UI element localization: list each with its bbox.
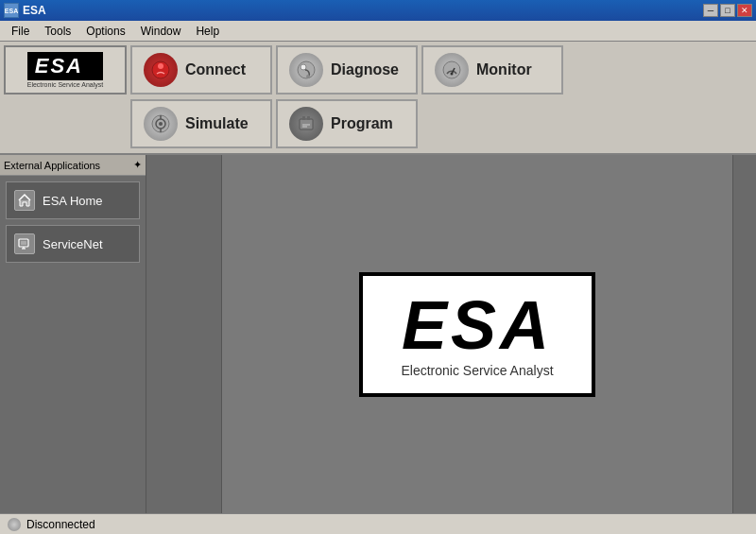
center-logo-subtitle: Electronic Service Analyst — [386, 363, 569, 378]
title-bar: ESA ESA ─ □ ✕ — [0, 0, 756, 21]
sidebar-pin-button[interactable]: ✦ — [133, 159, 142, 171]
svg-point-12 — [159, 122, 163, 126]
menu-item-window[interactable]: Window — [133, 23, 189, 40]
logo-subtitle: Electronic Service Analyst — [27, 81, 104, 88]
simulate-button[interactable]: Simulate — [130, 99, 272, 148]
monitor-label: Monitor — [476, 61, 532, 78]
esa-home-label: ESA Home — [43, 194, 103, 208]
diagnose-button[interactable]: Diagnose — [276, 45, 418, 95]
close-button[interactable]: ✕ — [737, 4, 752, 17]
simulate-label: Simulate — [185, 115, 249, 132]
program-label: Program — [331, 115, 393, 132]
svg-rect-19 — [21, 241, 26, 245]
status-text: Disconnected — [26, 518, 95, 531]
menu-item-options[interactable]: Options — [78, 23, 132, 40]
monitor-button[interactable]: Monitor — [421, 45, 563, 95]
title-text: ESA — [23, 4, 46, 17]
restore-button[interactable]: □ — [720, 4, 735, 17]
left-panel — [146, 155, 222, 513]
svg-point-7 — [451, 73, 454, 76]
minimize-button[interactable]: ─ — [703, 4, 718, 17]
svg-point-1 — [158, 63, 163, 69]
servicenet-icon — [14, 233, 35, 254]
toolbar-row2: Simulate Program — [4, 99, 752, 149]
program-button[interactable]: Program — [276, 99, 418, 148]
right-panel — [732, 155, 756, 513]
status-bar: Disconnected — [0, 513, 756, 534]
sidebar-header: External Applications ✦ — [0, 155, 146, 176]
title-bar-left: ESA ESA — [4, 3, 46, 18]
main-area: External Applications ✦ ESA Home — [0, 155, 756, 513]
toolbar-row1: ESA Electronic Service Analyst Connect — [4, 45, 752, 95]
diagnose-label: Diagnose — [331, 61, 399, 78]
content-inner: ESA Electronic Service Analyst — [146, 155, 756, 513]
sidebar-title: External Applications — [4, 160, 100, 171]
svg-rect-14 — [302, 116, 305, 120]
svg-point-5 — [443, 61, 460, 78]
diagnose-icon — [289, 53, 323, 87]
status-icon — [8, 518, 21, 531]
monitor-icon — [435, 53, 469, 87]
sidebar: External Applications ✦ ESA Home — [0, 155, 146, 513]
svg-point-4 — [306, 75, 310, 78]
svg-point-3 — [301, 64, 306, 70]
program-icon — [289, 107, 323, 141]
svg-rect-15 — [307, 116, 310, 120]
menu-item-help[interactable]: Help — [188, 23, 227, 40]
menu-bar: FileToolsOptionsWindowHelp — [0, 21, 756, 42]
center-panel: ESA Electronic Service Analyst — [222, 155, 732, 513]
toolbar-spacer — [4, 99, 127, 148]
title-icon: ESA — [4, 3, 19, 18]
sidebar-item-servicenet[interactable]: ServiceNet — [6, 225, 140, 263]
menu-item-file[interactable]: File — [4, 23, 37, 40]
content-area: ESA Electronic Service Analyst — [146, 155, 756, 513]
title-buttons: ─ □ ✕ — [703, 4, 752, 17]
simulate-icon — [144, 107, 178, 141]
center-logo-text: ESA — [386, 291, 569, 359]
toolbar: ESA Electronic Service Analyst Connect — [0, 42, 756, 155]
servicenet-label: ServiceNet — [43, 237, 103, 251]
connect-button[interactable]: Connect — [130, 45, 272, 95]
esa-logo-button[interactable]: ESA Electronic Service Analyst — [4, 45, 127, 95]
menu-item-tools[interactable]: Tools — [37, 23, 78, 40]
home-icon — [14, 190, 35, 211]
connect-icon — [144, 53, 178, 87]
logo-text: ESA — [35, 54, 83, 78]
center-logo: ESA Electronic Service Analyst — [359, 272, 595, 397]
connect-label: Connect — [185, 61, 246, 78]
sidebar-item-esa-home[interactable]: ESA Home — [6, 181, 140, 219]
